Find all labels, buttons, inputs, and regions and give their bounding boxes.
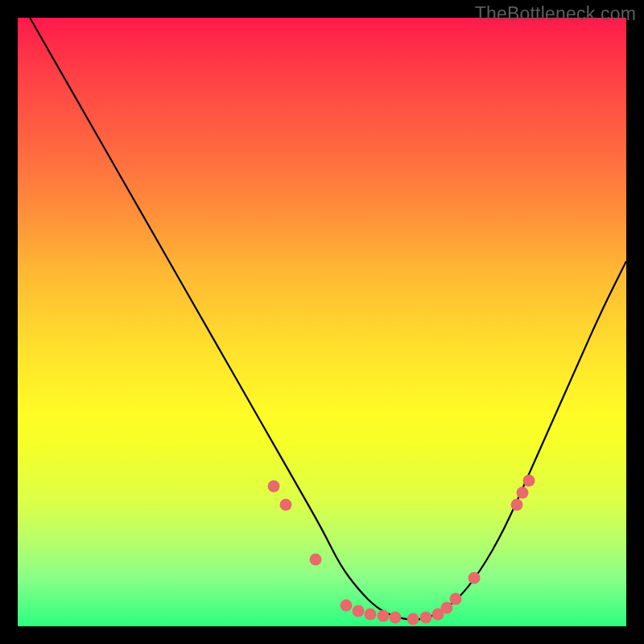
data-marker [377,610,389,622]
data-marker [450,592,462,605]
data-marker [389,611,401,623]
data-marker [267,481,279,493]
data-marker [341,599,353,611]
data-marker [310,553,322,565]
data-marker [523,474,535,486]
data-marker [353,605,365,617]
data-marker [510,498,522,510]
data-marker [440,602,452,614]
bottleneck-curve-plot [18,18,626,626]
data-marker [365,608,377,620]
data-marker [407,613,419,625]
data-marker [469,572,481,584]
data-marker [419,611,431,623]
curve-path [30,18,626,619]
data-marker [279,498,291,510]
data-marker [517,486,529,498]
